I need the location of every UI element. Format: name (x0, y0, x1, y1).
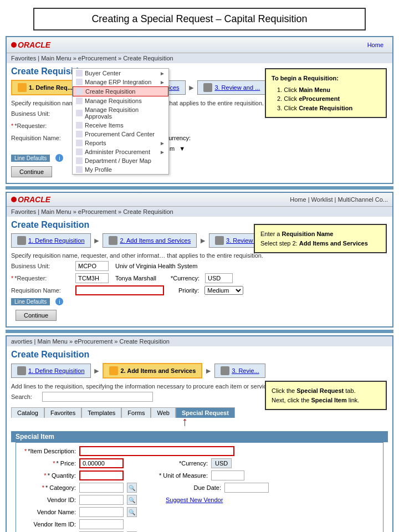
oracle-logo-1: ORACLE (11, 40, 50, 49)
callout-3-line2: Next, click the Special Item link. (272, 396, 380, 405)
business-unit-label: Business Unit: (11, 110, 72, 117)
si-category-row: * Category: 🔍 Due Date: (21, 483, 378, 493)
si-vendor-id-input[interactable] (79, 495, 124, 505)
s2-business-unit-label: Business Unit: (11, 263, 72, 269)
si-uom-label: * Unit of Measure: (152, 472, 208, 479)
line-defaults-btn[interactable]: Line Defaults (11, 155, 50, 162)
arrow-erp: ► (160, 79, 165, 85)
menu-icon-manage (76, 98, 83, 104)
si-price-input[interactable] (79, 458, 124, 468)
step-3-3-review[interactable]: 3. Revie... (214, 364, 265, 378)
callout-2-line2: Select step 2: Add Items and Services (260, 239, 380, 248)
si-category-label: * Category: (21, 484, 76, 491)
tab-web[interactable]: Web (151, 407, 175, 418)
form-section-2: Specify requisition name, requester, and… (7, 250, 392, 326)
tab-special-request[interactable]: Special Request ↑ (176, 407, 235, 418)
s2-currency-label: *Currency: (171, 275, 200, 282)
s2-requester-row: *Requester: Tonya Marshall *Currency: (11, 273, 388, 283)
step-3-2-icon (109, 366, 118, 375)
menu-create-req[interactable]: Create Requisition (73, 86, 168, 96)
menu-receive-items[interactable]: Receive Items (73, 121, 168, 130)
step-3-1-icon (17, 366, 26, 375)
callout-1: To begin a Requisition: 1. Click Main Me… (265, 68, 387, 118)
si-item-desc-label: *Item Description: (21, 448, 76, 454)
divider-1 (6, 186, 393, 190)
priority-dropdown-icon[interactable]: ▼ (179, 145, 185, 152)
menu-buyer-center[interactable]: Buyer Center ► (73, 69, 168, 78)
menu-dept-buyer[interactable]: Department / Buyer Map (73, 156, 168, 165)
menu-my-profile[interactable]: My Profile (73, 165, 168, 174)
menu-icon-dept (76, 157, 83, 164)
search-input[interactable] (42, 392, 153, 402)
si-currency-badge: USD (211, 458, 232, 468)
menu-erp-integration[interactable]: Manage ERP Integration ► (73, 78, 168, 86)
s2-requester-input[interactable] (75, 273, 109, 283)
step-3-review[interactable]: 3. Review and ... (197, 80, 266, 95)
si-vendor-name-search[interactable]: 🔍 (127, 507, 137, 517)
si-category-input[interactable] (79, 483, 124, 493)
step-3-3-icon (221, 366, 229, 375)
menu-proc-card[interactable]: Procurement Card Center (73, 130, 168, 139)
oracle-header-2: ORACLE Home | Worklist | MultiChannel Co… (7, 193, 392, 207)
s2-req-name-label: Requisition Name: (11, 287, 72, 294)
continue-btn-1[interactable]: Continue (11, 166, 52, 177)
s2-priority-select[interactable]: Medium (204, 286, 243, 295)
tab-forms[interactable]: Forms (121, 407, 151, 418)
s2-req-name-input[interactable] (75, 285, 164, 295)
si-item-desc-input[interactable] (79, 446, 234, 456)
req-name-label: Requisition Name: (11, 135, 72, 141)
callout-3: Click the Special Request tab. Next, cli… (265, 381, 387, 410)
priority-row: Priority: Medium ▼ (11, 145, 388, 152)
tab-templates[interactable]: Templates (81, 407, 121, 418)
oracle-logo-2: ORACLE (11, 195, 50, 204)
si-vendor-item-input[interactable] (79, 519, 124, 529)
si-category-search[interactable]: 🔍 (127, 483, 137, 493)
callout-2-line1: Enter a Requisition Name (260, 229, 380, 239)
menu-icon-erp (76, 79, 83, 85)
step-2-1-define[interactable]: 1. Define Requisition (11, 233, 91, 248)
step-2-1-icon (17, 236, 26, 245)
s2-req-name-row: Requisition Name: Priority: Medium (11, 285, 388, 295)
step-2-2-add[interactable]: 2. Add Items and Services (103, 233, 197, 248)
suggest-new-vendor-link[interactable]: Suggest New Vendor (166, 497, 223, 503)
menu-manage-approvals[interactable]: Manage Requisition Approvals (73, 105, 168, 121)
si-vendor-id-search[interactable]: 🔍 (127, 495, 137, 505)
arrow-administer: ► (160, 149, 165, 155)
si-vendor-name-input[interactable] (79, 507, 124, 517)
s2-currency-input[interactable] (205, 273, 233, 283)
menu-reports[interactable]: Reports ► (73, 139, 168, 147)
home-link-1[interactable]: Home (363, 39, 388, 50)
si-quantity-input[interactable] (79, 470, 124, 480)
step-3-2-add[interactable]: 2. Add Items and Services (103, 363, 202, 378)
step-2-2-icon (109, 236, 117, 245)
nav-bar-2: Favorites | Main Menu » eProcurement » C… (7, 207, 392, 217)
menu-icon-administer (76, 149, 83, 155)
requester-label: *Requester: (11, 122, 72, 129)
tab-catalog[interactable]: Catalog (11, 407, 44, 418)
callout-1-steps: 1. Click Main Menu 2. Click eProcurement… (272, 85, 380, 113)
s2-business-unit-input[interactable] (75, 261, 109, 271)
menu-icon-create (76, 88, 83, 95)
divider-2 (6, 330, 393, 333)
si-quantity-row: * Quantity: * Unit of Measure: (21, 470, 378, 480)
step-3-1-define[interactable]: 1. Define Requisition (11, 364, 91, 378)
oracle-header-1: ORACLE Home (7, 37, 392, 53)
section-3: avorties | Main Menu » eProcurement » Cr… (6, 335, 393, 532)
menu-manage-req[interactable]: Manage Requisitions (73, 96, 168, 105)
callout-1-title: To begin a Requisition: (272, 74, 380, 83)
step-1-define[interactable]: 1. Define Req... (11, 80, 79, 95)
search-label: Search: (11, 393, 39, 400)
nav-bar-3: avorties | Main Menu » eProcurement » Cr… (7, 336, 392, 346)
si-uom-input[interactable] (211, 470, 244, 480)
special-item-heading: Special Item (11, 431, 388, 442)
si-due-date-input[interactable] (224, 483, 269, 493)
tab-favorites[interactable]: Favorites (44, 407, 81, 418)
continue-btn-2[interactable]: Continue (16, 310, 57, 321)
si-due-date-label: Due Date: (166, 484, 221, 491)
menu-administer[interactable]: Administer Procurement ► (73, 147, 168, 156)
si-vendor-item-label: Vendor Item ID: (21, 521, 76, 528)
dropdown-menu-1: Buyer Center ► Manage ERP Integration ► … (72, 68, 169, 175)
s2-line-defaults-btn[interactable]: Line Defaults (11, 298, 50, 305)
si-vendor-name-row: Vendor Name: 🔍 (21, 507, 378, 517)
nav-bar-1: Favorites | Main Menu » eProcurement » C… (7, 53, 392, 63)
